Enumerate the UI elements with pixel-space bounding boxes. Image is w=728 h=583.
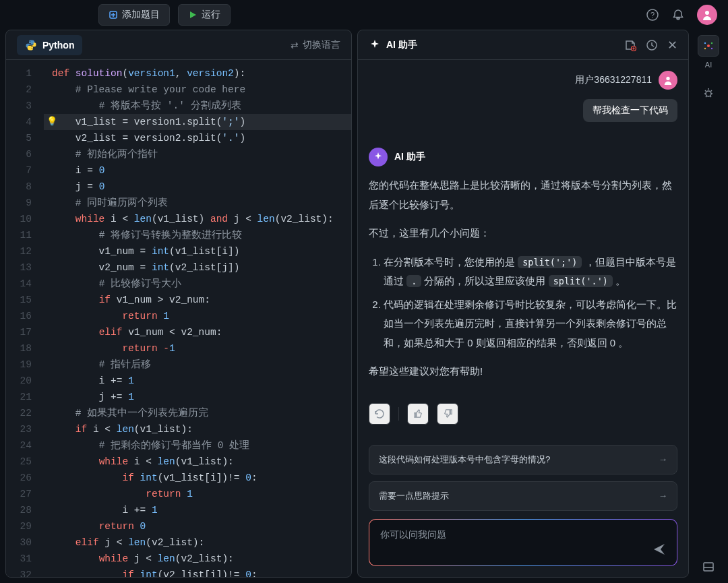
code-line[interactable]: def solution(version1, version2): xyxy=(44,65,351,82)
ai-name-label: AI 助手 xyxy=(394,151,425,163)
code-line[interactable]: i = 0 xyxy=(44,162,351,179)
code-content[interactable]: def solution(version1, version2): # Plea… xyxy=(44,60,351,577)
add-problem-button[interactable]: 添加题目 xyxy=(98,4,170,26)
code-pill: split('.') xyxy=(549,275,613,287)
chat-pane: AI 助手 ✕ 用户36631227811 帮我检查一下代码 xyxy=(357,30,689,578)
arrow-right-icon: → xyxy=(659,491,667,501)
lightbulb-icon[interactable]: 💡 xyxy=(47,114,57,130)
run-button[interactable]: 运行 xyxy=(178,4,231,26)
chat-user-avatar xyxy=(659,71,677,90)
run-label: 运行 xyxy=(202,9,220,21)
rail-ai-label: AI xyxy=(705,61,712,69)
rail-layout-button[interactable] xyxy=(698,556,719,578)
code-line[interactable]: return -1 xyxy=(44,340,351,357)
ai-message: 您的代码在整体思路上是比较清晰的，通过将版本号分割为列表，然后逐个比较修订号。 … xyxy=(369,176,677,391)
swap-icon: ⇄ xyxy=(291,40,299,51)
svg-point-7 xyxy=(707,44,710,47)
suggestion-button[interactable]: 需要一点思路提示→ xyxy=(369,481,677,511)
code-line[interactable]: v1_num = int(v1_list[i]) xyxy=(44,243,351,259)
svg-point-8 xyxy=(704,42,706,44)
code-pill: split(';') xyxy=(518,256,582,268)
rail-ai-button[interactable] xyxy=(698,35,719,57)
svg-point-10 xyxy=(704,48,706,49)
code-line[interactable]: # 比较修订号大小 xyxy=(44,276,351,292)
chat-input[interactable]: 你可以问我问题 xyxy=(369,519,677,566)
code-line[interactable]: j += 1 xyxy=(44,389,351,405)
suggestion-button[interactable]: 这段代码如何处理版本号中包含字母的情况?→ xyxy=(369,445,677,474)
code-line[interactable]: # 将版本号按 '.' 分割成列表 xyxy=(44,98,351,114)
user-avatar[interactable] xyxy=(697,5,717,25)
ai-para-1: 您的代码在整体思路上是比较清晰的，通过将版本号分割为列表，然后逐个比较修订号。 xyxy=(369,176,677,214)
code-line[interactable]: if i < len(v1_list): xyxy=(44,421,351,437)
main: Python ⇄ 切换语言 12345678910111213141516171… xyxy=(0,30,728,583)
divider xyxy=(398,407,399,421)
code-line[interactable]: # 如果其中一个列表先遍历完 xyxy=(44,405,351,421)
svg-point-6 xyxy=(666,77,669,80)
chat-body: 用户36631227811 帮我检查一下代码 AI 助手 您的代码在整体思路上是… xyxy=(358,60,688,511)
user-name-label: 用户36631227811 xyxy=(575,74,652,86)
regenerate-button[interactable] xyxy=(369,403,390,425)
code-line[interactable]: j = 0 xyxy=(44,179,351,195)
code-line[interactable]: while i < len(v1_list): xyxy=(44,454,351,470)
sparkle-icon xyxy=(369,39,381,51)
code-line[interactable]: elif v1_num < v2_num: xyxy=(44,324,351,340)
rail-debug-button[interactable] xyxy=(698,82,719,104)
right-rail: AI xyxy=(694,30,723,578)
code-line[interactable]: while i < len(v1_list) and j < len(v2_li… xyxy=(44,211,351,227)
code-line[interactable]: v2_list = version2.split('.') xyxy=(44,130,351,146)
send-icon[interactable] xyxy=(653,543,666,556)
editor-header: Python ⇄ 切换语言 xyxy=(6,30,351,60)
code-line[interactable]: elif j < len(v2_list): xyxy=(44,534,351,551)
code-line[interactable]: # Please write your code here xyxy=(44,82,351,98)
code-line[interactable]: # 把剩余的修订号都当作 0 处理 xyxy=(44,437,351,454)
code-line[interactable]: # 同时遍历两个列表 xyxy=(44,195,351,211)
ai-list-item-2: 代码的逻辑在处理剩余修订号时比较复杂，可以考虑简化一下。比如当一个列表先遍历完时… xyxy=(384,295,677,353)
code-line[interactable]: i += 1 xyxy=(44,502,351,518)
ai-para-2: 不过，这里有几个小问题： xyxy=(369,224,677,243)
code-line[interactable]: return 1 xyxy=(44,308,351,324)
bell-icon[interactable] xyxy=(671,8,685,22)
code-line[interactable]: if int(v2_list[i])!= 0: xyxy=(44,567,351,577)
code-pill: . xyxy=(406,275,421,287)
history-icon[interactable] xyxy=(646,39,658,51)
line-gutter: 1234567891011121314151617181920212223242… xyxy=(6,60,44,577)
code-line[interactable]: # 将修订号转换为整数进行比较 xyxy=(44,227,351,243)
ai-avatar xyxy=(369,148,388,166)
user-header: 用户36631227811 xyxy=(369,71,677,90)
code-editor[interactable]: 1234567891011121314151617181920212223242… xyxy=(6,60,351,577)
chat-title-label: AI 助手 xyxy=(386,39,417,51)
help-icon[interactable]: ? xyxy=(646,8,659,22)
svg-point-3 xyxy=(705,11,709,15)
language-badge[interactable]: Python xyxy=(17,35,82,55)
svg-rect-13 xyxy=(704,563,713,571)
feedback-row xyxy=(369,403,677,425)
svg-point-11 xyxy=(711,48,712,49)
code-line[interactable]: if v1_num > v2_num: xyxy=(44,292,351,308)
code-line[interactable]: while j < len(v2_list): xyxy=(44,551,351,567)
chat-header: AI 助手 ✕ xyxy=(358,30,688,60)
thumbs-down-button[interactable] xyxy=(437,403,458,425)
code-line[interactable]: v1_list = version1.split(';') xyxy=(44,114,351,130)
ai-para-3: 希望这些建议对您有帮助! xyxy=(369,362,677,381)
code-line[interactable]: # 指针后移 xyxy=(44,357,351,373)
code-line[interactable]: i += 1 xyxy=(44,373,351,389)
code-line[interactable]: # 初始化两个指针 xyxy=(44,146,351,162)
language-label: Python xyxy=(42,40,74,51)
code-line[interactable]: v2_num = int(v2_list[j]) xyxy=(44,259,351,276)
switch-language-button[interactable]: ⇄ 切换语言 xyxy=(291,39,340,51)
topbar: 添加题目 运行 ? xyxy=(0,0,728,30)
chat-input-placeholder: 你可以问我问题 xyxy=(380,529,446,541)
code-line[interactable]: if int(v1_list[i])!= 0: xyxy=(44,470,351,486)
close-icon[interactable]: ✕ xyxy=(667,38,677,53)
svg-point-9 xyxy=(711,42,712,44)
new-chat-icon[interactable] xyxy=(624,39,636,51)
user-message: 帮我检查一下代码 xyxy=(583,99,677,122)
chat-input-wrap: 你可以问我问题 xyxy=(358,511,688,577)
code-line[interactable]: return 0 xyxy=(44,518,351,534)
editor-pane: Python ⇄ 切换语言 12345678910111213141516171… xyxy=(5,30,352,578)
ai-list-item-1: 在分割版本号时，您使用的是 split(';') ，但题目中版本号是通过 . 分… xyxy=(384,253,677,291)
play-icon xyxy=(188,10,198,20)
python-icon xyxy=(25,39,37,51)
code-line[interactable]: return 1 xyxy=(44,486,351,502)
thumbs-up-button[interactable] xyxy=(407,403,429,425)
